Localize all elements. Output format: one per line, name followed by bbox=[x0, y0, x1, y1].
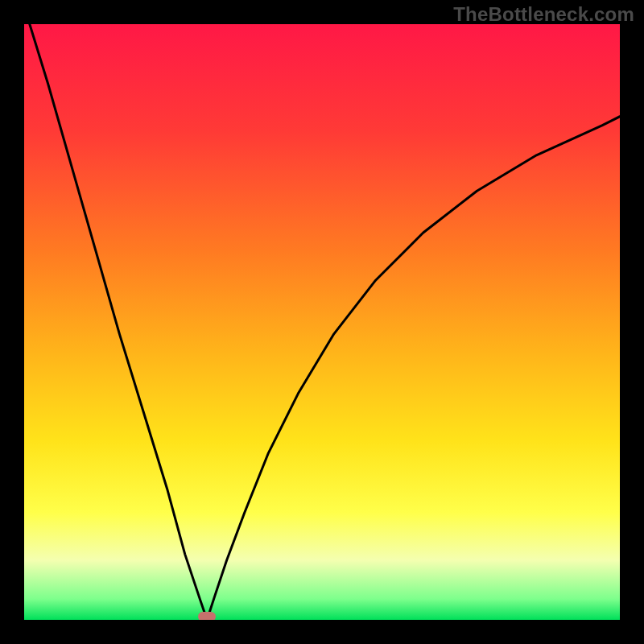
min-marker bbox=[198, 612, 216, 620]
gradient-background bbox=[24, 24, 620, 620]
plot-area bbox=[24, 24, 620, 620]
chart-frame: TheBottleneck.com bbox=[0, 0, 644, 644]
watermark-text: TheBottleneck.com bbox=[453, 3, 634, 26]
plot-svg bbox=[24, 24, 620, 620]
